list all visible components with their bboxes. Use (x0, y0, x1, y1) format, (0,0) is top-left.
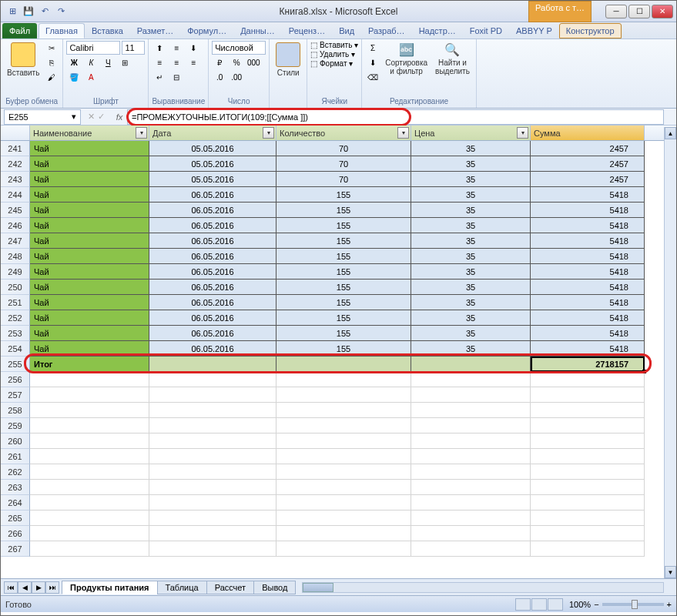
cell[interactable] (149, 495, 276, 511)
cell[interactable] (30, 541, 149, 557)
clear-icon[interactable]: ⌫ (365, 70, 380, 84)
font-name-combo[interactable]: Calibri (66, 41, 120, 55)
cell[interactable] (30, 480, 149, 495)
row-header[interactable]: 246 (1, 218, 30, 233)
undo-icon[interactable]: ↶ (38, 5, 52, 18)
tab-design[interactable]: Конструктор (559, 23, 622, 38)
scroll-track[interactable] (665, 139, 676, 566)
merge-icon[interactable]: ⊟ (169, 70, 184, 84)
close-button[interactable]: ✕ (652, 5, 673, 18)
cell[interactable]: 5418 (531, 233, 645, 249)
cell[interactable]: 35 (411, 233, 531, 249)
cell[interactable]: 155 (276, 295, 411, 310)
tab-formulas[interactable]: Формул… (180, 23, 233, 38)
row-header[interactable]: 253 (1, 326, 30, 341)
sheet-nav-next[interactable]: ▶ (32, 581, 45, 594)
row-header[interactable]: 263 (1, 480, 30, 495)
comma-icon[interactable]: 000 (246, 55, 261, 69)
cell[interactable] (276, 480, 411, 495)
font-size-combo[interactable]: 11 (122, 41, 145, 55)
cell[interactable]: Чай (30, 295, 149, 310)
zoom-thumb[interactable] (632, 600, 638, 609)
cell[interactable] (411, 449, 531, 464)
zoom-in-button[interactable]: + (667, 600, 672, 609)
cell[interactable]: 35 (411, 249, 531, 264)
cell[interactable] (531, 511, 645, 526)
find-select-button[interactable]: 🔍 Найти и выделить (432, 41, 473, 77)
grid-body[interactable]: 241Чай05.05.201670352457242Чай05.05.2016… (1, 141, 676, 557)
cell[interactable]: 35 (411, 156, 531, 172)
cell[interactable]: Чай (30, 310, 149, 326)
format-painter-icon[interactable]: 🖌 (44, 70, 59, 84)
cell[interactable]: 35 (411, 203, 531, 218)
name-box[interactable]: E255 ▾ (4, 109, 81, 125)
cut-icon[interactable]: ✂ (44, 41, 59, 55)
cell[interactable]: 155 (276, 326, 411, 341)
row-header[interactable]: 243 (1, 172, 30, 187)
sheet-nav-first[interactable]: ⏮ (4, 581, 18, 594)
cell[interactable] (531, 464, 645, 480)
select-all-button[interactable] (1, 126, 30, 140)
autosum-icon[interactable]: Σ (365, 41, 380, 55)
cell[interactable]: 155 (276, 233, 411, 249)
scroll-up-icon[interactable]: ▲ (665, 127, 676, 139)
zoom-out-button[interactable]: − (594, 600, 598, 609)
cell[interactable]: 5418 (531, 295, 645, 310)
cell[interactable] (531, 418, 645, 434)
filter-icon[interactable]: ▾ (263, 127, 274, 139)
cell[interactable]: 06.05.2016 (149, 310, 276, 326)
cell[interactable]: 155 (276, 203, 411, 218)
cell[interactable] (149, 387, 276, 403)
cell[interactable] (149, 511, 276, 526)
cell[interactable] (30, 449, 149, 464)
cell[interactable]: 05.05.2016 (149, 172, 276, 187)
cell[interactable] (276, 418, 411, 434)
save-icon[interactable]: 💾 (22, 5, 35, 18)
cell[interactable]: Чай (30, 264, 149, 280)
currency-icon[interactable]: ₽ (212, 55, 227, 69)
cell[interactable] (276, 403, 411, 418)
view-normal-button[interactable] (515, 598, 531, 611)
cell[interactable] (411, 511, 531, 526)
align-left-icon[interactable]: ≡ (152, 55, 167, 69)
filter-icon[interactable]: ▾ (136, 127, 147, 139)
sort-filter-button[interactable]: 🔤 Сортировка и фильтр (382, 41, 431, 77)
cell[interactable] (411, 418, 531, 434)
cell[interactable]: 5418 (531, 341, 645, 357)
inc-decimal-icon[interactable]: .0 (212, 70, 227, 84)
tab-foxit[interactable]: Foxit PD (463, 23, 509, 38)
row-header[interactable]: 251 (1, 295, 30, 310)
vertical-scrollbar[interactable]: ▲ ▼ (664, 127, 676, 578)
cell[interactable] (149, 403, 276, 418)
row-header[interactable]: 255 (1, 357, 30, 372)
row-header[interactable]: 264 (1, 495, 30, 511)
cell[interactable]: 05.05.2016 (149, 141, 276, 156)
cell[interactable]: 35 (411, 280, 531, 295)
cell[interactable]: Чай (30, 249, 149, 264)
maximize-button[interactable]: ☐ (628, 5, 650, 18)
row-header[interactable]: 267 (1, 541, 30, 557)
sheet-nav-last[interactable]: ⏭ (45, 581, 59, 594)
cell[interactable]: 06.05.2016 (149, 326, 276, 341)
cell[interactable]: 06.05.2016 (149, 233, 276, 249)
cell[interactable] (30, 526, 149, 541)
cell[interactable] (531, 541, 645, 557)
col-header-qty[interactable]: Количество▾ (276, 126, 411, 140)
cell[interactable] (149, 526, 276, 541)
row-header[interactable]: 256 (1, 372, 30, 387)
cell[interactable]: 35 (411, 326, 531, 341)
tab-addins[interactable]: Надстр… (412, 23, 463, 38)
cell[interactable]: Чай (30, 233, 149, 249)
cell[interactable] (30, 372, 149, 387)
tab-home[interactable]: Главная (39, 23, 85, 38)
row-header[interactable]: 259 (1, 418, 30, 434)
border-button[interactable]: ⊞ (117, 55, 132, 69)
col-header-date[interactable]: Дата▾ (149, 126, 276, 140)
row-header[interactable]: 249 (1, 264, 30, 280)
cell[interactable] (149, 434, 276, 449)
cell[interactable]: 35 (411, 187, 531, 203)
row-header[interactable]: 248 (1, 249, 30, 264)
row-header[interactable]: 242 (1, 156, 30, 172)
cell[interactable]: 2718157 (531, 357, 645, 372)
cell[interactable] (531, 372, 645, 387)
